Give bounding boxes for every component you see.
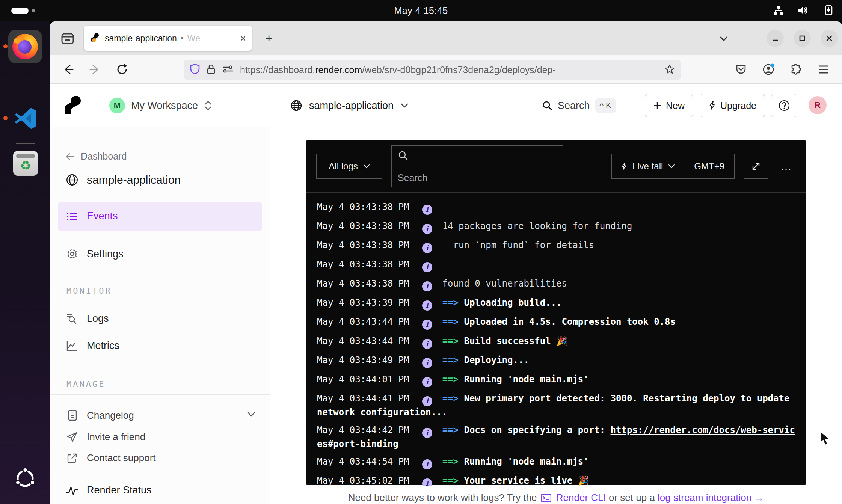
info-icon[interactable]: i: [422, 478, 432, 486]
window-minimize-button[interactable]: [767, 30, 784, 47]
permissions-icon[interactable]: [222, 64, 233, 75]
monitor-section-label: MONITOR: [66, 286, 112, 296]
window-maximize-button[interactable]: [794, 30, 811, 47]
browser-window: sample-application • We × +: [50, 21, 842, 504]
metrics-chart-icon: [66, 340, 78, 352]
sidebar-item-render-status[interactable]: Render Status: [66, 484, 152, 496]
reload-button[interactable]: [113, 60, 131, 78]
log-row: May 4 03:43:38 PMifound 0 vulnerabilitie…: [317, 278, 795, 291]
info-icon[interactable]: i: [422, 396, 432, 406]
extensions-icon[interactable]: [787, 60, 805, 78]
info-icon[interactable]: i: [422, 339, 432, 349]
browser-toolbar: https://dashboard.render.com/web/srv-d0b…: [50, 55, 842, 84]
info-icon[interactable]: i: [422, 262, 432, 272]
log-timestamp: May 4 03:44:42 PM: [317, 425, 409, 435]
tab-close-icon[interactable]: ×: [240, 33, 246, 43]
log-arrow-prefix: ==>: [442, 374, 464, 385]
system-clock[interactable]: May 4 15:45: [0, 0, 842, 21]
log-panel: All logs Search Live tail GMT+9: [306, 140, 806, 485]
log-message: 14 packages are looking for funding: [442, 221, 632, 231]
info-icon[interactable]: i: [422, 320, 432, 330]
sidebar-item-events[interactable]: Events: [66, 210, 118, 222]
timezone-button[interactable]: GMT+9: [684, 154, 734, 178]
log-filter-dropdown[interactable]: All logs: [316, 154, 382, 179]
render-logo[interactable]: [62, 95, 83, 116]
upgrade-button[interactable]: Upgrade: [700, 94, 765, 117]
log-search-input[interactable]: Search: [391, 145, 563, 187]
sidebar-item-metrics[interactable]: Metrics: [66, 340, 119, 352]
log-toolbar: All logs Search Live tail GMT+9: [306, 140, 806, 193]
info-icon[interactable]: i: [422, 300, 432, 311]
url-bar[interactable]: https://dashboard.render.com/web/srv-d0b…: [184, 60, 681, 80]
sidebar-service-name[interactable]: sample-application: [66, 173, 181, 187]
tab-title: sample-application: [105, 33, 177, 44]
user-avatar[interactable]: R: [809, 96, 827, 114]
log-message: run `npm fund` for details: [442, 240, 595, 250]
info-icon[interactable]: i: [422, 243, 432, 253]
paper-plane-icon: [66, 432, 78, 443]
log-timestamp: May 4 03:43:38 PM: [317, 278, 409, 289]
trash-lid: [16, 154, 35, 158]
help-button[interactable]: [771, 94, 797, 117]
bookmark-star-icon[interactable]: [664, 64, 675, 76]
new-button[interactable]: New: [645, 94, 693, 117]
tab-list-chevron-icon[interactable]: [715, 30, 732, 47]
url-text: https://dashboard.render.com/web/srv-d0b…: [240, 65, 664, 75]
log-message: Uploading build...: [464, 297, 561, 308]
workspace-selector[interactable]: M My Workspace: [109, 84, 212, 127]
vscode-icon[interactable]: [13, 106, 37, 130]
log-stream-integration-link[interactable]: log stream integration →: [658, 492, 764, 503]
info-icon[interactable]: i: [422, 281, 432, 291]
new-tab-button[interactable]: +: [260, 30, 278, 47]
log-timestamp: May 4 03:43:38 PM: [317, 240, 409, 250]
header-divider: [95, 84, 95, 127]
sidebar-item-invite[interactable]: Invite a friend: [66, 431, 145, 443]
info-icon[interactable]: i: [422, 377, 432, 387]
firefox-dock-tile[interactable]: [8, 30, 42, 63]
log-arrow-prefix: ==>: [442, 317, 464, 327]
service-selector[interactable]: sample-application: [290, 84, 409, 127]
info-icon[interactable]: i: [422, 358, 432, 368]
back-button[interactable]: [59, 60, 77, 78]
chevron-down-icon: [668, 164, 675, 169]
system-tray[interactable]: [773, 0, 835, 21]
sidebar-item-changelog[interactable]: Changelog: [66, 409, 134, 421]
sidebar-item-contact-support[interactable]: Contact support: [66, 452, 156, 464]
info-icon[interactable]: i: [422, 459, 432, 469]
shield-icon[interactable]: [190, 63, 200, 76]
global-search[interactable]: Search ^ K: [542, 84, 616, 127]
browser-tab[interactable]: sample-application • We ×: [84, 26, 252, 51]
pocket-icon[interactable]: [732, 60, 750, 78]
render-cli-link[interactable]: Render CLI: [556, 492, 606, 503]
info-icon[interactable]: i: [422, 224, 432, 234]
info-icon[interactable]: i: [422, 205, 432, 215]
ubuntu-logo-icon[interactable]: [14, 468, 36, 489]
workspace-name: My Workspace: [131, 100, 198, 112]
log-message: Uploaded in 4.5s. Compression took 0.8s: [464, 317, 676, 327]
log-rows[interactable]: May 4 03:43:38 PMiMay 4 03:43:38 PMi14 p…: [306, 193, 806, 486]
live-tail-button[interactable]: Live tail: [612, 154, 684, 178]
trash-icon[interactable]: ♻: [13, 151, 38, 176]
events-list-icon: [66, 211, 78, 222]
forward-button[interactable]: [86, 60, 104, 78]
service-selector-label: sample-application: [309, 100, 394, 112]
logs-icon: [66, 312, 78, 324]
sidebar-item-settings[interactable]: Settings: [66, 248, 124, 260]
firefox-view-icon[interactable]: [60, 31, 75, 47]
log-timestamp: May 4 03:43:38 PM: [317, 202, 409, 212]
manage-section-label: MANAGE: [66, 379, 105, 389]
live-tail-group: Live tail GMT+9: [611, 154, 735, 179]
account-icon[interactable]: [759, 60, 777, 78]
sidebar-back-dashboard[interactable]: Dashboard: [66, 151, 127, 162]
lock-icon[interactable]: [206, 63, 216, 76]
log-timestamp: May 4 03:43:38 PM: [317, 259, 409, 270]
workspace-avatar: M: [109, 98, 125, 113]
menu-hamburger-icon[interactable]: [814, 60, 832, 78]
changelog-chevron-icon[interactable]: [247, 412, 256, 419]
sidebar-item-logs[interactable]: Logs: [66, 312, 109, 324]
log-more-menu[interactable]: …: [777, 160, 796, 173]
window-close-button[interactable]: [821, 30, 838, 47]
expand-fullscreen-button[interactable]: [744, 154, 768, 179]
info-icon[interactable]: i: [422, 428, 432, 438]
mouse-cursor: [820, 431, 833, 448]
